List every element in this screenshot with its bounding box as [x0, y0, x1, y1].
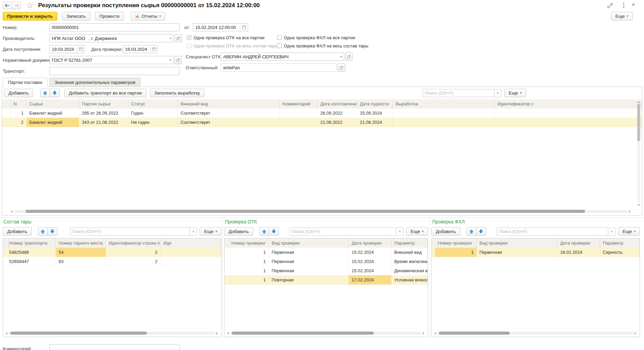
- move-down-button[interactable]: [476, 227, 486, 236]
- vertical-scrollbar[interactable]: [637, 100, 641, 207]
- search-clear-button[interactable]: ×: [189, 228, 197, 235]
- column-header[interactable]: Статус: [128, 99, 178, 108]
- scrollbar-thumb[interactable]: [232, 332, 374, 335]
- chevron-down-icon[interactable]: ▾: [339, 55, 344, 58]
- search-clear-button[interactable]: ×: [608, 228, 615, 235]
- batches-search-input[interactable]: [423, 90, 494, 96]
- tab-extra-parameters[interactable]: Значения дополнительных параметров: [49, 78, 140, 87]
- move-down-button[interactable]: [48, 227, 58, 236]
- close-icon[interactable]: ×: [632, 1, 635, 8]
- table-row-selected[interactable]: 1 Повторная 17.02.2024 Условная вязкость: [225, 275, 428, 285]
- chevron-down-icon[interactable]: ▾: [168, 58, 173, 62]
- calendar-button[interactable]: [240, 24, 248, 31]
- tare-search-input[interactable]: [70, 229, 189, 234]
- column-header[interactable]: Комментарий: [280, 99, 318, 108]
- scroll-left-arrow[interactable]: [433, 332, 436, 335]
- column-header[interactable]: Идентификатор строки партии: [106, 238, 160, 248]
- table-row-selected[interactable]: 2 Бакелит жидкий 343 от 21.08.2022 Не го…: [2, 118, 642, 127]
- scroll-left-arrow[interactable]: [226, 332, 229, 335]
- table-row[interactable]: 1 Первичная 15.02.2024 Динамическая вязк…: [225, 266, 428, 276]
- move-down-button[interactable]: [50, 89, 60, 97]
- scrollbar-track[interactable]: [437, 332, 634, 335]
- responsible-open-button[interactable]: [338, 63, 345, 72]
- scrollbar-track[interactable]: [13, 210, 628, 213]
- move-down-button[interactable]: [269, 227, 279, 236]
- horizontal-scrollbar[interactable]: [4, 331, 219, 335]
- otk-search-input[interactable]: [290, 229, 396, 234]
- column-header[interactable]: Сырье: [27, 99, 79, 108]
- tab-supply-batches[interactable]: Партии поставки: [3, 78, 47, 87]
- column-header[interactable]: Дата проверки: [349, 238, 392, 248]
- column-header[interactable]: Внешний вид: [178, 99, 280, 108]
- scroll-right-arrow[interactable]: [216, 332, 219, 335]
- scroll-right-arrow[interactable]: [629, 210, 632, 213]
- scroll-left-arrow[interactable]: [10, 210, 12, 213]
- table-row[interactable]: 1 Первичная 15.02.2024 Внешний вид: [225, 248, 428, 257]
- fhl-add-button[interactable]: Добавить: [431, 227, 460, 236]
- tare-add-button[interactable]: Добавить: [3, 227, 32, 236]
- checkbox-fhl-all-tare[interactable]: Одна проверка ФХЛ на весь состав тары: [277, 43, 368, 48]
- move-up-button[interactable]: [38, 227, 48, 236]
- tare-more-button[interactable]: Еще ▾: [200, 227, 221, 236]
- column-header[interactable]: Номер проверки: [435, 238, 477, 248]
- post-and-close-button[interactable]: Провести и закрыть: [3, 12, 57, 20]
- check-date-input[interactable]: [123, 46, 150, 53]
- transport-input[interactable]: [50, 68, 179, 74]
- responsible-input[interactable]: [221, 64, 336, 71]
- back-button[interactable]: [3, 2, 12, 9]
- form-more-button[interactable]: Еще ▾: [611, 12, 633, 20]
- scrollbar-thumb[interactable]: [637, 104, 640, 141]
- scrollbar-track[interactable]: [637, 104, 640, 203]
- scrollbar-track[interactable]: [8, 332, 215, 335]
- column-header[interactable]: Параметр: [600, 238, 640, 248]
- batches-add-button[interactable]: Добавить: [4, 89, 33, 97]
- scrollbar-thumb[interactable]: [26, 210, 585, 213]
- calendar-button[interactable]: [150, 45, 157, 53]
- column-header[interactable]: Параметр: [392, 238, 428, 248]
- receipt-date-input[interactable]: [50, 46, 77, 53]
- scroll-right-arrow[interactable]: [423, 332, 426, 335]
- column-header[interactable]: Дата изготовления: [318, 99, 357, 108]
- normative-doc-input[interactable]: [50, 57, 168, 63]
- otk-specialist-open-button[interactable]: [345, 53, 353, 61]
- column-header[interactable]: Номер тарного места: [56, 238, 106, 248]
- horizontal-scrollbar[interactable]: [10, 209, 632, 214]
- column-header[interactable]: Вид проверки: [477, 238, 557, 248]
- move-up-button[interactable]: [466, 227, 476, 236]
- fhl-more-button[interactable]: Еще ▾: [618, 227, 640, 236]
- horizontal-scrollbar[interactable]: [433, 331, 638, 335]
- column-header[interactable]: Номер транспорта: [6, 238, 56, 248]
- table-row[interactable]: 52658447 63 2: [3, 257, 221, 266]
- otk-specialist-input[interactable]: [221, 53, 339, 60]
- reports-button[interactable]: Отчеты ▾: [131, 12, 166, 20]
- manufacturer-open-button[interactable]: [174, 34, 182, 42]
- otk-add-button[interactable]: Добавить: [224, 227, 253, 236]
- search-clear-button[interactable]: ×: [396, 228, 403, 235]
- scrollbar-thumb[interactable]: [439, 332, 510, 335]
- vertical-splitter[interactable]: [223, 219, 223, 337]
- column-header[interactable]: Номер проверки: [229, 238, 269, 248]
- search-clear-button[interactable]: ×: [494, 89, 501, 97]
- table-row-selected[interactable]: 54825488 54 2: [3, 248, 221, 257]
- doc-date-input[interactable]: [193, 24, 240, 31]
- fhl-search-input[interactable]: [497, 229, 608, 234]
- otk-more-button[interactable]: Еще ▾: [406, 227, 428, 236]
- scroll-down-arrow[interactable]: [638, 204, 640, 207]
- horizontal-splitter[interactable]: [0, 217, 644, 218]
- column-header[interactable]: Вид проверки: [269, 238, 349, 248]
- write-button[interactable]: Записать: [62, 12, 90, 20]
- post-button[interactable]: Провести: [95, 12, 124, 20]
- number-input[interactable]: [50, 24, 179, 31]
- table-row-selected[interactable]: 1 Первичная 16.02.2024 Серность: [432, 248, 640, 257]
- favorite-star-icon[interactable]: [27, 2, 33, 10]
- add-transport-button[interactable]: Добавить транспорт во все партии: [64, 89, 147, 97]
- normative-doc-open-button[interactable]: [174, 56, 182, 64]
- horizontal-scrollbar[interactable]: [226, 331, 426, 335]
- scroll-right-arrow[interactable]: [635, 332, 638, 335]
- checkbox-fhl-all-batches[interactable]: Одна проверка ФХЛ на все партии: [277, 35, 355, 40]
- column-header[interactable]: N: [11, 99, 27, 108]
- column-header[interactable]: Партия сырья: [79, 99, 128, 108]
- column-header[interactable]: Идентификатор с: [495, 99, 642, 108]
- column-header[interactable]: Выработка: [393, 99, 495, 108]
- column-header[interactable]: Дата годности: [357, 99, 393, 108]
